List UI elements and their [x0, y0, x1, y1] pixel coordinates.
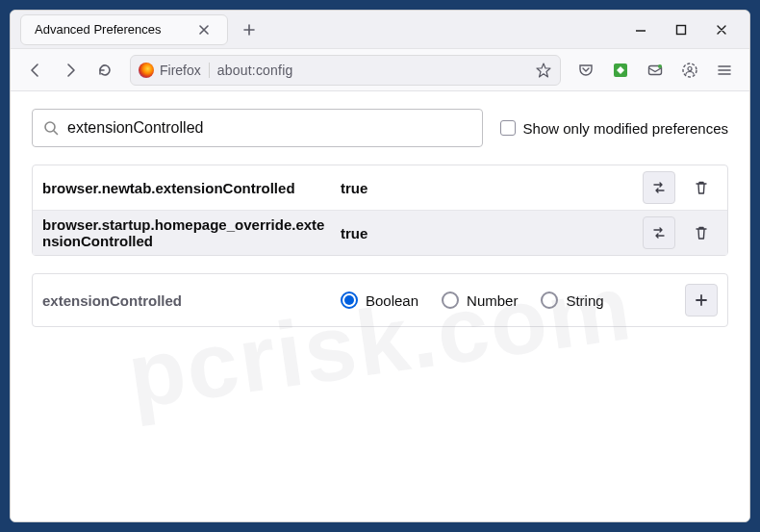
radio-icon — [341, 291, 358, 309]
identity-box[interactable]: Firefox — [139, 63, 210, 78]
checkbox-label: Show only modified preferences — [523, 120, 728, 137]
pref-row[interactable]: browser.newtab.extensionControlled true — [33, 165, 727, 210]
toggle-button[interactable] — [643, 171, 675, 204]
pref-value: true — [341, 225, 633, 241]
firefox-logo-icon — [139, 63, 154, 78]
close-window-button[interactable] — [713, 21, 730, 38]
radio-icon — [541, 291, 558, 309]
pocket-button[interactable] — [570, 55, 601, 86]
radio-icon — [442, 291, 459, 309]
pref-actions — [643, 171, 718, 204]
tab-title: Advanced Preferences — [35, 22, 162, 37]
maximize-button[interactable] — [672, 21, 690, 38]
delete-button[interactable] — [685, 216, 718, 249]
checkbox-icon — [500, 120, 516, 136]
type-radio-group: Boolean Number String — [341, 291, 675, 309]
delete-button[interactable] — [685, 171, 718, 204]
title-bar: Advanced Preferences — [11, 11, 749, 49]
search-icon — [42, 119, 60, 137]
url-bar[interactable]: Firefox about:config — [130, 55, 561, 86]
minimize-button[interactable] — [632, 21, 649, 38]
search-input[interactable] — [67, 119, 472, 137]
new-pref-row: extensionControlled Boolean Number Strin… — [32, 273, 728, 327]
window-controls — [632, 21, 749, 38]
identity-label: Firefox — [160, 63, 201, 78]
pref-value: true — [341, 180, 633, 196]
pref-name: browser.newtab.extensionControlled — [42, 180, 331, 196]
browser-window: Advanced Preferences — [10, 10, 750, 522]
radio-label: String — [566, 292, 603, 309]
url-text: about:config — [217, 63, 527, 78]
mail-button[interactable] — [640, 55, 671, 86]
pref-name: browser.startup.homepage_override.extens… — [42, 216, 331, 249]
new-pref-name: extensionControlled — [42, 292, 331, 309]
tab-advanced-preferences[interactable]: Advanced Preferences — [20, 14, 228, 45]
close-tab-icon[interactable] — [190, 16, 217, 43]
new-tab-button[interactable] — [234, 14, 265, 45]
preferences-table: browser.newtab.extensionControlled true … — [32, 165, 728, 256]
type-number-radio[interactable]: Number — [442, 291, 518, 309]
type-boolean-radio[interactable]: Boolean — [341, 291, 418, 309]
modified-only-checkbox[interactable]: Show only modified preferences — [500, 120, 728, 137]
app-frame: Advanced Preferences — [0, 0, 760, 532]
radio-label: Boolean — [366, 292, 418, 309]
search-row: Show only modified preferences — [32, 109, 728, 147]
toggle-button[interactable] — [643, 216, 675, 249]
navigation-toolbar: Firefox about:config — [11, 49, 749, 91]
back-button[interactable] — [20, 55, 51, 86]
type-string-radio[interactable]: String — [541, 291, 603, 309]
add-pref-button[interactable] — [685, 284, 718, 317]
about-config-content: Show only modified preferences browser.n… — [11, 91, 749, 521]
forward-button[interactable] — [55, 55, 86, 86]
svg-point-3 — [658, 64, 662, 68]
app-menu-button[interactable] — [709, 55, 740, 86]
reload-button[interactable] — [89, 55, 120, 86]
bookmark-star-icon[interactable] — [535, 62, 552, 79]
svg-rect-0 — [677, 25, 686, 34]
search-box[interactable] — [32, 109, 483, 147]
account-button[interactable] — [674, 55, 705, 86]
svg-point-5 — [688, 66, 692, 70]
extension-button[interactable] — [605, 55, 636, 86]
pref-row[interactable]: browser.startup.homepage_override.extens… — [33, 210, 727, 255]
radio-label: Number — [467, 292, 518, 309]
pref-actions — [643, 216, 718, 249]
